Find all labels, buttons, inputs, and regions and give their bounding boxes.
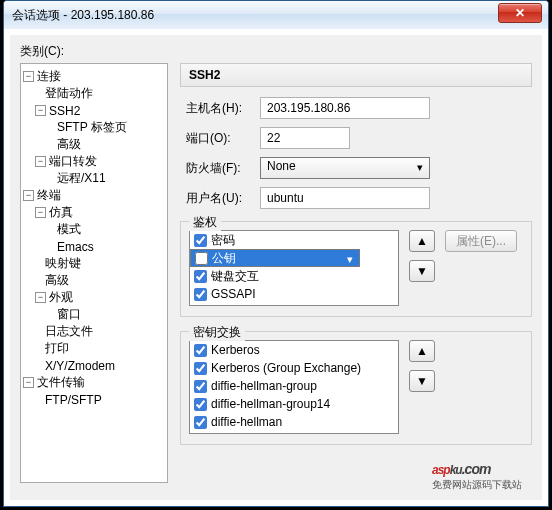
list-item[interactable]: 密码 (190, 231, 398, 249)
kex-item-label: Kerberos (211, 343, 260, 357)
list-item[interactable]: 公钥 (190, 249, 360, 267)
auth-checkbox[interactable] (195, 252, 208, 265)
category-label: 类别(C): (20, 43, 64, 60)
collapse-icon[interactable]: − (35, 105, 46, 116)
list-item[interactable]: Kerberos (Group Exchange) (190, 359, 398, 377)
firewall-select[interactable]: None (260, 157, 430, 179)
collapse-icon[interactable]: − (35, 156, 46, 167)
collapse-icon[interactable]: − (23, 71, 34, 82)
list-item[interactable]: diffie-hellman-group (190, 377, 398, 395)
category-tree[interactable]: −连接 登陆动作 −SSH2 SFTP 标签页 高级 −端口转发 远程/X11 … (20, 63, 168, 483)
tree-window[interactable]: 窗口 (23, 306, 165, 323)
tree-ssh2[interactable]: −SSH2 (23, 102, 165, 119)
list-item[interactable]: 键盘交互 (190, 267, 398, 285)
client-area: 类别(C): −连接 登陆动作 −SSH2 SFTP 标签页 高级 −端口转发 … (10, 35, 542, 500)
kex-item-label: diffie-hellman-group14 (211, 397, 330, 411)
kex-listbox[interactable]: KerberosKerberos (Group Exchange)diffie-… (189, 340, 399, 434)
auth-listbox[interactable]: 密码公钥键盘交互GSSAPI (189, 230, 399, 306)
auth-checkbox[interactable] (194, 234, 207, 247)
kex-checkbox[interactable] (194, 398, 207, 411)
kex-item-label: diffie-hellman (211, 415, 282, 429)
tree-map-keys[interactable]: 映射键 (23, 255, 165, 272)
kex-move-up-button[interactable]: ▲ (409, 340, 435, 362)
close-button[interactable]: ✕ (498, 3, 542, 23)
tree-emulation[interactable]: −仿真 (23, 204, 165, 221)
kex-checkbox[interactable] (194, 380, 207, 393)
auth-item-label: 密码 (211, 232, 235, 249)
host-input[interactable] (260, 97, 430, 119)
auth-move-down-button[interactable]: ▼ (409, 260, 435, 282)
auth-legend: 鉴权 (189, 214, 221, 231)
triangle-up-icon: ▲ (416, 344, 428, 358)
firewall-label: 防火墙(F): (186, 160, 260, 177)
kex-legend: 密钥交换 (189, 324, 245, 341)
auth-checkbox[interactable] (194, 288, 207, 301)
panel-title: SSH2 (180, 63, 532, 87)
port-input[interactable] (260, 127, 350, 149)
username-input[interactable] (260, 187, 430, 209)
triangle-down-icon: ▼ (416, 264, 428, 278)
kex-group: 密钥交换 KerberosKerberos (Group Exchange)di… (180, 331, 532, 445)
tree-sftp-tab[interactable]: SFTP 标签页 (23, 119, 165, 136)
tree-emacs[interactable]: Emacs (23, 238, 165, 255)
list-item[interactable]: GSSAPI (190, 285, 398, 303)
tree-connection[interactable]: −连接 (23, 68, 165, 85)
kex-move-down-button[interactable]: ▼ (409, 370, 435, 392)
kex-item-label: diffie-hellman-group (211, 379, 317, 393)
triangle-up-icon: ▲ (416, 234, 428, 248)
kex-checkbox[interactable] (194, 362, 207, 375)
list-item[interactable]: Kerberos (190, 341, 398, 359)
tree-ftp-sftp[interactable]: FTP/SFTP (23, 391, 165, 408)
collapse-icon[interactable]: − (23, 377, 34, 388)
tree-advanced2[interactable]: 高级 (23, 272, 165, 289)
settings-panel: SSH2 主机名(H): 端口(O): 防火墙(F): None 用户名(U):… (180, 63, 532, 445)
auth-move-up-button[interactable]: ▲ (409, 230, 435, 252)
tree-login-actions[interactable]: 登陆动作 (23, 85, 165, 102)
auth-item-label: 公钥 (212, 250, 236, 267)
tree-modes[interactable]: 模式 (23, 221, 165, 238)
username-label: 用户名(U): (186, 190, 260, 207)
collapse-icon[interactable]: − (23, 190, 34, 201)
collapse-icon[interactable]: − (35, 292, 46, 303)
auth-item-label: 键盘交互 (211, 268, 259, 285)
host-label: 主机名(H): (186, 100, 260, 117)
tree-advanced1[interactable]: 高级 (23, 136, 165, 153)
triangle-down-icon: ▼ (416, 374, 428, 388)
dialog-window: 会话选项 - 203.195.180.86 ✕ 类别(C): −连接 登陆动作 … (3, 0, 549, 507)
watermark: aspku.com 免费网站源码下载站 (432, 443, 522, 492)
tree-xyz[interactable]: X/Y/Zmodem (23, 357, 165, 374)
kex-checkbox[interactable] (194, 344, 207, 357)
collapse-icon[interactable]: − (35, 207, 46, 218)
window-title: 会话选项 - 203.195.180.86 (12, 7, 154, 24)
port-label: 端口(O): (186, 130, 260, 147)
tree-print[interactable]: 打印 (23, 340, 165, 357)
tree-file-transfer[interactable]: −文件传输 (23, 374, 165, 391)
tree-port-fwd[interactable]: −端口转发 (23, 153, 165, 170)
list-item[interactable]: diffie-hellman-group14 (190, 395, 398, 413)
auth-checkbox[interactable] (194, 270, 207, 283)
auth-item-label: GSSAPI (211, 287, 256, 301)
tree-log-file[interactable]: 日志文件 (23, 323, 165, 340)
tree-appearance[interactable]: −外观 (23, 289, 165, 306)
titlebar[interactable]: 会话选项 - 203.195.180.86 ✕ (4, 1, 548, 29)
list-item[interactable]: diffie-hellman (190, 413, 398, 431)
auth-properties-button[interactable]: 属性(E)... (445, 230, 517, 252)
kex-item-label: Kerberos (Group Exchange) (211, 361, 361, 375)
form-grid: 主机名(H): 端口(O): 防火墙(F): None 用户名(U): (180, 87, 532, 215)
close-icon: ✕ (515, 6, 525, 20)
auth-group: 鉴权 密码公钥键盘交互GSSAPI ▲ ▼ 属性(E)... (180, 221, 532, 317)
tree-remote-x11[interactable]: 远程/X11 (23, 170, 165, 187)
kex-checkbox[interactable] (194, 416, 207, 429)
tree-terminal[interactable]: −终端 (23, 187, 165, 204)
